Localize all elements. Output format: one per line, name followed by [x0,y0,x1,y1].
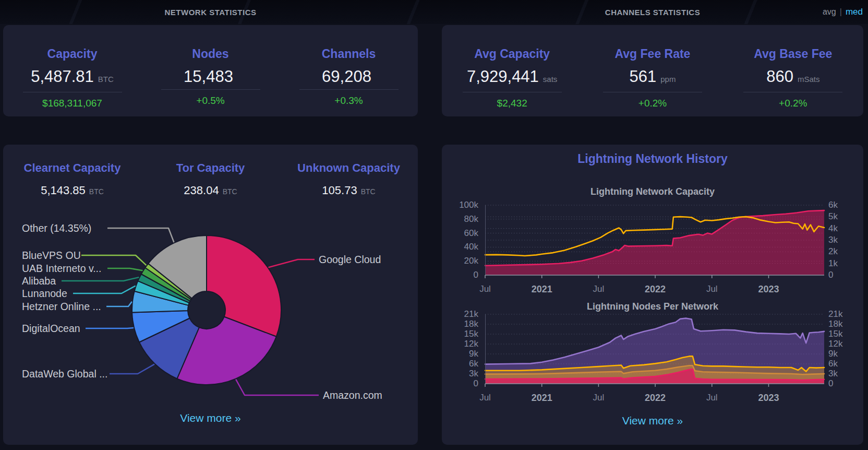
pie-label-other: Other (14.35%) [22,222,91,234]
nodes-chart-plot[interactable] [485,314,824,384]
stat-label: Channels [322,46,376,62]
divider [743,92,842,92]
y-axis-label: 18k [828,319,842,329]
isp-donut-chart: Google CloudAmazon.comDataWeb Global ...… [3,145,418,445]
stat-value-row: 5,487.81 BTC [31,66,114,90]
nodes-chart-title: Lightning Nodes Per Network [442,301,863,312]
y-axis-label: 3k [828,369,838,379]
pie-label-line-hetzner [106,302,132,306]
y-axis-label: 2k [828,246,838,257]
y-axis-label: 18k [464,319,478,329]
pie-label-line-google-cloud [269,259,315,267]
stat-avg-base-fee: Avg Base Fee 860 mSats +0.2% [723,25,863,116]
stat-change: +0.3% [334,94,363,108]
x-axis-label: 2021 [532,393,552,404]
stat-label: Capacity [47,46,98,62]
channels-statistics-header: CHANNELS STATISTICS [442,0,863,24]
stat-unit: sats [543,68,558,90]
pie-label-uab: UAB Interneto v... [22,263,101,274]
x-axis-label: 2022 [645,393,666,404]
stat-change: $2,432 [497,97,527,110]
x-axis-label: Jul [479,284,491,294]
chart-canvas [485,314,824,389]
stat-channels: Channels 69,208 +0.3% [280,25,418,116]
capacity-chart-title: Lightning Network Capacity [442,186,863,197]
y-axis-label: 12k [464,339,478,349]
y-axis-label: 6k [828,359,838,369]
stat-label: Avg Base Fee [754,46,832,62]
pie-label-google-cloud: Google Cloud [319,254,381,265]
stat-nodes: Nodes 15,483 +0.5% [141,25,280,116]
y-axis-label: 0 [474,378,478,389]
pie-label-lunanode: Lunanode [22,288,67,299]
stat-unit: BTC [98,68,114,90]
stat-value: 561 [630,66,657,88]
divider [463,92,562,92]
y-axis-label: 3k [828,235,838,245]
pie-view-more-link[interactable]: View more » [3,411,418,425]
history-title: Lightning Network History [442,152,863,166]
y-axis-label: 6k [469,359,478,369]
toggle-avg-option[interactable]: avg [823,7,836,17]
lightning-history-card: Lightning Network History Lightning Netw… [442,145,863,445]
stat-value-row: 561 ppm [630,66,676,90]
stat-label: Nodes [192,46,228,62]
y-axis-label: 15k [828,329,842,339]
series-area [485,210,824,275]
y-axis-label: 6k [828,200,838,210]
stat-value: 15,483 [184,66,233,88]
x-axis-label: 2022 [645,284,666,295]
pie-label-line-dataweb [110,364,154,374]
divider [23,92,122,92]
stat-value-row: 15,483 [184,66,237,88]
pie-label-line-lunanode [73,286,136,294]
pie-label-bluevps: BlueVPS OU [22,250,81,261]
pie-label-line-uab [107,268,143,270]
toggle-separator: | [840,7,842,17]
toggle-med-option[interactable]: med [846,7,863,17]
stat-value: 860 [766,66,793,88]
y-axis-label: 60k [464,228,478,239]
channel-stats-row: Avg Capacity 7,929,441 sats $2,432 Avg F… [442,25,863,116]
channels-statistics-card: Avg Capacity 7,929,441 sats $2,432 Avg F… [442,25,863,116]
capacity-chart-plot[interactable] [485,205,824,275]
y-axis-label: 9k [469,349,478,359]
pie-label-line-digitalocean [86,328,134,328]
stat-value: 5,487.81 [31,66,94,88]
avg-med-toggle[interactable]: avg | med [823,0,863,24]
stat-avg-fee-rate: Avg Fee Rate 561 ppm +0.2% [582,25,722,116]
y-axis-label: 12k [828,339,842,349]
pie-label-digitalocean: DigitalOcean [22,323,80,334]
x-axis-label: Jul [706,284,718,294]
network-stats-row: Capacity 5,487.81 BTC $168,311,067 Nodes… [3,25,418,116]
stat-value: 7,929,441 [467,66,539,88]
history-view-more-link[interactable]: View more » [442,414,863,428]
x-axis-label: 2021 [532,284,552,295]
stat-value: 69,208 [322,66,371,88]
stat-unit: ppm [660,68,676,90]
divider [161,89,260,90]
y-axis-label: 80k [464,214,478,224]
stat-capacity: Capacity 5,487.81 BTC $168,311,067 [3,25,141,116]
y-axis-label: 0 [474,270,478,280]
pie-label-amazon: Amazon.com [323,389,382,401]
y-axis-label: 9k [828,349,838,359]
pie-label-line-alibaba [62,277,139,281]
stat-value-row: 7,929,441 sats [467,66,557,90]
y-axis-label: 0 [828,270,833,280]
chart-canvas [485,205,824,280]
pie-label-line-other [107,228,174,242]
pie-label-line-amazon [236,380,319,395]
pie-label-dataweb: DataWeb Global ... [22,368,107,380]
y-axis-label: 100k [459,200,478,210]
y-axis-label: 15k [464,329,478,339]
pie-label-hetzner: Hetzner Online ... [22,301,101,312]
y-axis-label: 40k [464,242,478,252]
x-axis-label: Jul [593,284,605,294]
x-axis-label: Jul [479,393,491,403]
pie-slice-google-cloud[interactable] [207,235,281,337]
y-axis-label: 20k [464,256,478,266]
x-axis-label: Jul [706,393,718,403]
stat-label: Avg Fee Rate [615,46,691,62]
stat-change: +0.5% [196,94,224,108]
